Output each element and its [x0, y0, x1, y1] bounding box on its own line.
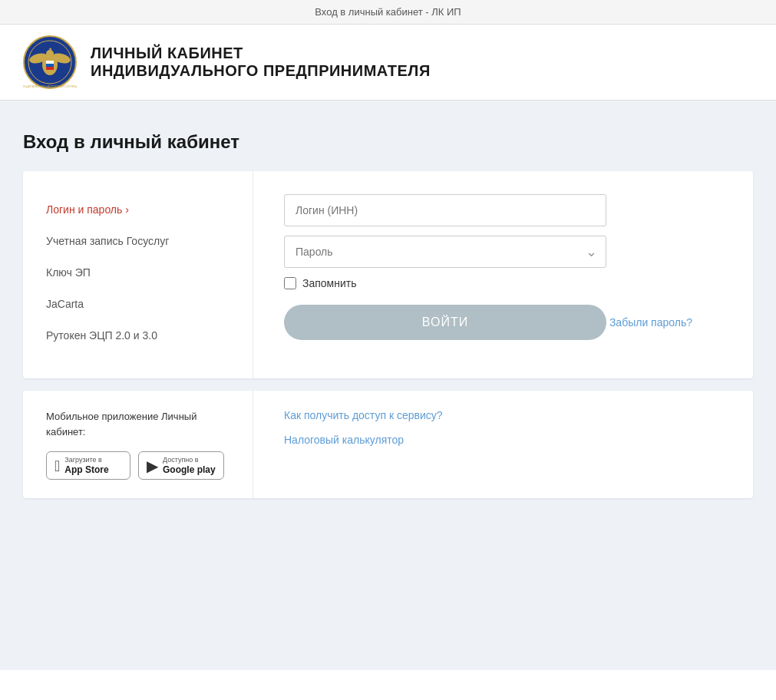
- login-button[interactable]: ВОЙТИ: [284, 305, 606, 340]
- page-title: Вход в личный кабинет - ЛК ИП: [315, 6, 461, 18]
- login-method-login-password[interactable]: Логин и пароль: [46, 194, 229, 226]
- google-play-small-text: Доступно в: [163, 456, 216, 464]
- login-method-rutoken[interactable]: Рутокен ЭЦП 2.0 и 3.0: [46, 320, 229, 352]
- links-section: Как получить доступ к сервису? Налоговый…: [253, 391, 753, 498]
- access-service-link[interactable]: Как получить доступ к сервису?: [284, 409, 722, 421]
- svg-text:ФЕДЕРАЛЬНАЯ НАЛОГОВАЯ СЛУЖБА: ФЕДЕРАЛЬНАЯ НАЛОГОВАЯ СЛУЖБА: [23, 84, 77, 88]
- site-title-line2: ИНДИВИДУАЛЬНОГО ПРЕДПРИНИМАТЕЛЯ: [91, 62, 431, 80]
- remember-label[interactable]: Запомнить: [302, 277, 357, 289]
- app-store-small-text: Загрузите в: [64, 456, 108, 464]
- site-header: ★ ФЕДЕРАЛЬНАЯ НАЛОГОВАЯ СЛУЖБА ЛИЧНЫЙ КА…: [0, 25, 776, 101]
- mobile-app-title: Мобильное приложение Личный кабинет:: [46, 409, 229, 439]
- login-form-area: ⌄ Запомнить ВОЙТИ Забыли пароль?: [253, 171, 753, 378]
- google-play-name: Google play: [163, 464, 216, 475]
- svg-rect-7: [46, 64, 54, 67]
- app-store-name: App Store: [64, 464, 108, 475]
- main-content: Вход в личный кабинет Логин и пароль Уче…: [0, 101, 776, 670]
- mobile-app-section: Мобильное приложение Личный кабинет:  З…: [23, 391, 253, 498]
- google-play-icon: ▶: [147, 458, 158, 474]
- svg-rect-8: [46, 67, 54, 70]
- page-heading: Вход в личный кабинет: [23, 131, 753, 153]
- google-play-badge[interactable]: ▶ Доступно в Google play: [138, 451, 224, 480]
- login-method-gosuslugi[interactable]: Учетная запись Госуслуг: [46, 226, 229, 257]
- svg-rect-6: [46, 61, 54, 64]
- info-card: Мобильное приложение Личный кабинет:  З…: [23, 391, 753, 498]
- app-store-badge[interactable]:  Загрузите в App Store: [46, 451, 130, 480]
- remember-checkbox[interactable]: [284, 277, 296, 289]
- google-play-text: Доступно в Google play: [163, 456, 216, 475]
- apple-icon: : [54, 458, 60, 474]
- login-field-wrapper: [284, 194, 606, 226]
- password-toggle-icon[interactable]: ⌄: [586, 245, 597, 259]
- password-input[interactable]: [284, 236, 606, 268]
- logo: ★ ФЕДЕРАЛЬНАЯ НАЛОГОВАЯ СЛУЖБА: [23, 35, 77, 89]
- login-card: Логин и пароль Учетная запись Госуслуг К…: [23, 171, 753, 378]
- site-title-line1: ЛИЧНЫЙ КАБИНЕТ: [91, 45, 431, 62]
- password-field-wrapper: ⌄: [284, 236, 606, 268]
- app-store-text: Загрузите в App Store: [64, 456, 108, 475]
- tax-calculator-link[interactable]: Налоговый калькулятор: [284, 434, 722, 446]
- forgot-password-link[interactable]: Забыли пароль?: [609, 316, 692, 329]
- remember-row: Запомнить: [284, 277, 722, 289]
- login-method-ep-key[interactable]: Ключ ЭП: [46, 257, 229, 289]
- app-badges:  Загрузите в App Store ▶ Доступно в Goo…: [46, 451, 229, 480]
- login-methods-sidebar: Логин и пароль Учетная запись Госуслуг К…: [23, 171, 253, 378]
- browser-title-bar: Вход в личный кабинет - ЛК ИП: [0, 0, 776, 25]
- svg-text:★: ★: [48, 47, 52, 51]
- login-input[interactable]: [284, 194, 606, 226]
- site-title: ЛИЧНЫЙ КАБИНЕТ ИНДИВИДУАЛЬНОГО ПРЕДПРИНИ…: [91, 45, 431, 80]
- login-method-jacarta[interactable]: JaCarta: [46, 289, 229, 320]
